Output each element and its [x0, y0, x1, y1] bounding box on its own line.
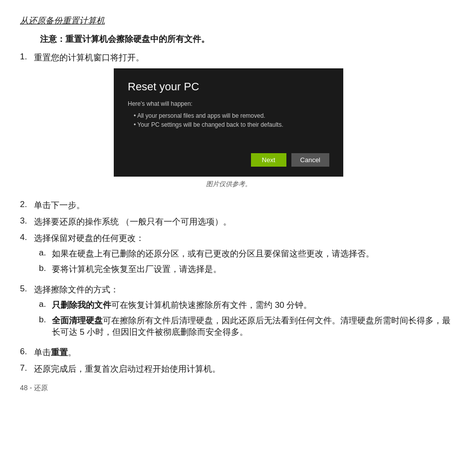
step-1-number: 1. — [20, 52, 34, 62]
step-5a-bold: 只删除我的文件 — [52, 300, 111, 310]
dialog-buttons: Next Cancel — [128, 153, 329, 167]
step-5a-rest: 可在恢复计算机前快速擦除所有文件，需约 30 分钟。 — [111, 300, 312, 310]
dialog-subtitle: Here's what will happen: — [128, 100, 329, 107]
step-5a-letter: a. — [34, 299, 52, 309]
step-7: 7. 还原完成后，重复首次启动过程开始使用计算机。 — [20, 363, 456, 375]
reset-pc-dialog: Reset your PC Here's what will happen: A… — [114, 68, 343, 177]
step-6-content: 单击重置。 — [34, 347, 456, 358]
step-5b-rest: 可在擦除所有文件后清理硬盘，因此还原后无法看到任何文件。清理硬盘所需时间长得多，… — [52, 316, 451, 337]
dialog-bullet-1: All your personal files and apps will be… — [128, 112, 329, 119]
step-1-content: 重置您的计算机窗口将打开。 Reset your PC Here's what … — [34, 52, 456, 195]
step-3-content: 选择要还原的操作系统 （一般只有一个可用选项）。 — [34, 216, 456, 228]
screenshot-container: Reset your PC Here's what will happen: A… — [114, 68, 343, 189]
step-3: 3. 选择要还原的操作系统 （一般只有一个可用选项）。 — [20, 216, 456, 228]
step-4-number: 4. — [20, 233, 34, 242]
next-button[interactable]: Next — [251, 153, 286, 167]
step-4b: b. 要将计算机完全恢复至出厂设置，请选择是。 — [34, 263, 456, 275]
warning-text: 注意：重置计算机会擦除硬盘中的所有文件。 — [40, 33, 456, 45]
step-5b-bold: 全面清理硬盘 — [52, 316, 103, 325]
caption: 图片仅供参考。 — [114, 180, 343, 189]
dialog-title: Reset your PC — [128, 80, 329, 93]
step-6: 6. 单击重置。 — [20, 347, 456, 358]
step-1: 1. 重置您的计算机窗口将打开。 Reset your PC Here's wh… — [20, 52, 456, 195]
step-4a-letter: a. — [34, 248, 52, 258]
step-4: 4. 选择保留对硬盘的任何更改： a. 如果在硬盘上有已删除的还原分区，或有已更… — [20, 233, 456, 279]
step-5a-content: 只删除我的文件可在恢复计算机前快速擦除所有文件，需约 30 分钟。 — [52, 299, 456, 311]
footer-text: 48 - 还原 — [20, 384, 456, 393]
step-7-number: 7. — [20, 363, 34, 373]
step-5b: b. 全面清理硬盘可在擦除所有文件后清理硬盘，因此还原后无法看到任何文件。清理硬… — [34, 315, 456, 338]
step-5a: a. 只删除我的文件可在恢复计算机前快速擦除所有文件，需约 30 分钟。 — [34, 299, 456, 311]
step-3-number: 3. — [20, 216, 34, 226]
step-6-bold: 重置 — [51, 348, 68, 357]
step-5-substeps: a. 只删除我的文件可在恢复计算机前快速擦除所有文件，需约 30 分钟。 b. … — [34, 299, 456, 338]
step-5b-content: 全面清理硬盘可在擦除所有文件后清理硬盘，因此还原后无法看到任何文件。清理硬盘所需… — [52, 315, 456, 338]
page-title: 从还原备份重置计算机 — [20, 15, 456, 26]
step-6-after: 。 — [68, 348, 76, 357]
step-7-content: 还原完成后，重复首次启动过程开始使用计算机。 — [34, 363, 456, 375]
step-5-number: 5. — [20, 284, 34, 294]
step-2: 2. 单击下一步。 — [20, 200, 456, 211]
step-5: 5. 选择擦除文件的方式： a. 只删除我的文件可在恢复计算机前快速擦除所有文件… — [20, 284, 456, 342]
step-2-number: 2. — [20, 200, 34, 210]
step-4a: a. 如果在硬盘上有已删除的还原分区，或有已更改的分区且要保留这些更改，请选择否… — [34, 248, 456, 259]
step-4-substeps: a. 如果在硬盘上有已删除的还原分区，或有已更改的分区且要保留这些更改，请选择否… — [34, 248, 456, 275]
step-4a-content: 如果在硬盘上有已删除的还原分区，或有已更改的分区且要保留这些更改，请选择否。 — [52, 248, 456, 259]
step-6-before: 单击 — [34, 348, 51, 357]
step-2-content: 单击下一步。 — [34, 200, 456, 211]
step-5b-letter: b. — [34, 315, 52, 325]
step-4b-letter: b. — [34, 263, 52, 273]
cancel-button[interactable]: Cancel — [291, 153, 329, 167]
step-4-content: 选择保留对硬盘的任何更改： a. 如果在硬盘上有已删除的还原分区，或有已更改的分… — [34, 233, 456, 279]
step-4b-content: 要将计算机完全恢复至出厂设置，请选择是。 — [52, 263, 456, 275]
dialog-bullet-2: Your PC settings will be changed back to… — [128, 121, 329, 128]
step-6-number: 6. — [20, 347, 34, 357]
step-5-content: 选择擦除文件的方式： a. 只删除我的文件可在恢复计算机前快速擦除所有文件，需约… — [34, 284, 456, 342]
